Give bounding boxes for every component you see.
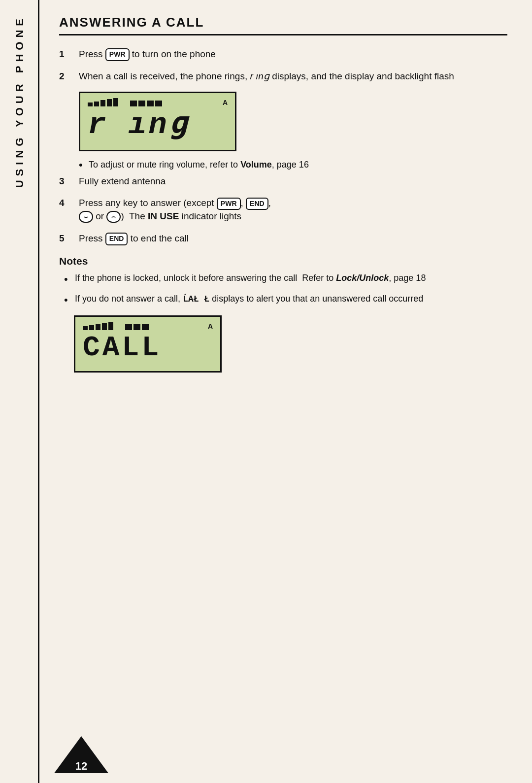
notes-title: Notes (59, 255, 507, 267)
signal-bar-5 (113, 98, 118, 106)
sidebar: USING YOUR PHONE (0, 0, 39, 783)
step-list: 1 Press PWR to turn on the phone 2 When … (59, 48, 507, 83)
main-content: Answering A Call 1 Press PWR to turn on … (39, 0, 532, 783)
bullet-item-1: • To adjust or mute ring volume, refer t… (79, 159, 507, 171)
step-text-3: Fully extend antenna (79, 175, 507, 188)
notes-section: Notes • If the phone is locked, unlock i… (59, 255, 507, 308)
lcd-icon-1 (130, 101, 137, 106)
section-title: Answering A Call (59, 15, 507, 35)
page-triangle-container: 12 (54, 736, 108, 773)
sidebar-vertical-text: USING YOUR PHONE (14, 15, 25, 188)
bullet-text-1: To adjust or mute ring volume, refer to … (89, 159, 309, 171)
notes-bullet-1: • If the phone is locked, unlock it befo… (64, 272, 507, 287)
signal-bar2-5 (108, 322, 113, 330)
page-container: USING YOUR PHONE Answering A Call 1 Pres… (0, 0, 532, 783)
notes-dot-2: • (64, 293, 75, 308)
lcd2-icon-2 (133, 324, 140, 330)
step-4: 4 Press any key to answer (except PWR, E… (59, 197, 507, 223)
lcd-display-2: A CALL (74, 315, 222, 373)
step-number-3: 3 (59, 175, 79, 188)
lcd-signal-1 (88, 98, 162, 106)
lcd-ring-text: r ınɡ (88, 108, 228, 142)
lcd-top-row-2: A (83, 322, 213, 330)
notes-dot-1: • (64, 272, 75, 287)
lcd-icon-4 (155, 101, 162, 106)
page-number-area: 12 (54, 736, 108, 773)
signal-bar2-4 (102, 323, 107, 330)
lcd-icon-2 (138, 101, 145, 106)
step-number-4: 4 (59, 197, 79, 210)
lcd-icon-3 (147, 101, 154, 106)
send-key-icon: ⌣ (79, 211, 93, 223)
step-text-4: Press any key to answer (except PWR, END… (79, 197, 507, 223)
lcd-signal-2 (83, 322, 149, 330)
step-2: 2 When a call is received, the phone rin… (59, 70, 507, 83)
lcd-call-text: CALL (83, 332, 213, 364)
notes-text-1: If the phone is locked, unlock it before… (75, 272, 426, 284)
lcd-display-1: A r ınɡ (79, 92, 236, 151)
signal-bar-1 (88, 102, 93, 106)
step-number-2: 2 (59, 70, 79, 83)
svg-text:12: 12 (75, 760, 87, 772)
lcd-a-label-1: A (223, 99, 228, 106)
notes-bullet-2: • If you do not answer a call, ĹΑŁ Ł dis… (64, 293, 507, 308)
signal-bar2-3 (96, 324, 100, 330)
step-number-1: 1 (59, 48, 79, 61)
notes-text-2: If you do not answer a call, ĹΑŁ Ł displ… (75, 293, 423, 306)
step-list-2: 3 Fully extend antenna 4 Press any key t… (59, 175, 507, 245)
step-1: 1 Press PWR to turn on the phone (59, 48, 507, 61)
end-key-icon-2: END (105, 233, 128, 245)
pwr-key-icon: PWR (105, 48, 130, 61)
lcd2-icon-3 (142, 324, 149, 330)
signal-bar-3 (100, 100, 105, 106)
signal-bar2-2 (89, 325, 94, 330)
step-3: 3 Fully extend antenna (59, 175, 507, 188)
lcd-a-label-2: A (208, 322, 213, 330)
lcd2-icon-1 (125, 324, 132, 330)
step-5: 5 Press END to end the call (59, 232, 507, 245)
end-round-key-icon: ⌢ (106, 211, 121, 223)
notes-bullets: • If the phone is locked, unlock it befo… (64, 272, 507, 308)
pwr-key-icon-2: PWR (217, 198, 241, 210)
step-text-5: Press END to end the call (79, 232, 507, 245)
bullet-list-1: • To adjust or mute ring volume, refer t… (79, 159, 507, 171)
signal-bar2-1 (83, 326, 88, 330)
page-triangle-svg: 12 (54, 736, 108, 773)
lcd-top-row-1: A (88, 98, 228, 106)
step-text-1: Press PWR to turn on the phone (79, 48, 507, 61)
step-text-2: When a call is received, the phone rings… (79, 70, 507, 83)
step-number-5: 5 (59, 232, 79, 245)
signal-bar-4 (107, 99, 112, 106)
bullet-dot-1: • (79, 160, 89, 170)
signal-bar-2 (94, 102, 99, 106)
end-key-icon: END (246, 198, 268, 210)
